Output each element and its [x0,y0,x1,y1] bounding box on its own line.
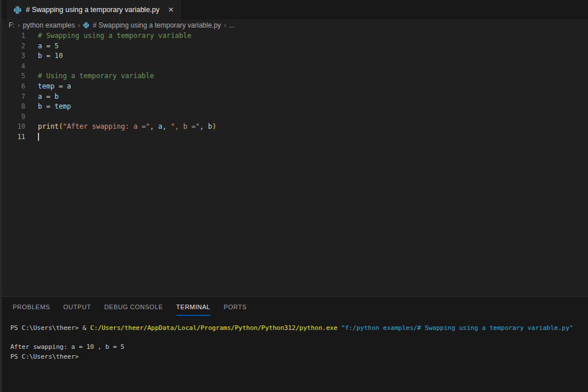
terminal-line: PS C:\Users\theer> [10,352,588,362]
line-number[interactable]: 7 [0,92,25,102]
code-line[interactable]: 9 [0,112,588,122]
code-line-text [25,112,38,122]
editor-tab-active[interactable]: # Swapping using a temporary variable.py… [7,0,181,20]
terminal-lines: PS C:\Users\theer> & C:/Users/theer/AppD… [10,324,588,362]
code-line[interactable]: 5# Using a temporary variable [0,71,588,82]
code-line[interactable]: 7a = b [0,92,588,102]
tab-problems[interactable]: PROBLEMS [13,297,50,317]
tab-ports[interactable]: PORTS [223,297,246,317]
code-line[interactable]: 8b = temp [0,102,588,112]
code-line-text: a = 5 [25,41,59,52]
tab-terminal[interactable]: TERMINAL [176,297,211,317]
code-line[interactable]: 6temp = a [0,82,588,92]
breadcrumb-symbol-ellipsis[interactable]: ... [229,21,235,29]
line-number[interactable]: 2 [0,41,25,52]
terminal-line: After swapping: a = 10 , b = 5 [10,343,588,352]
tab-debug-console[interactable]: DEBUG CONSOLE [104,297,163,317]
code-line-text [25,62,38,72]
line-number[interactable]: 3 [0,51,25,62]
code-line-text: print("After swapping: a =", a, ", b =",… [25,122,216,132]
code-line-text: # Using a temporary variable [25,71,154,82]
code-line[interactable]: 4 [0,62,588,72]
breadcrumb: F: › python examples › # Swapping using … [0,20,588,30]
vscode-window: # Swapping using a temporary variable.py… [0,0,588,392]
terminal-line: PS C:\Users\theer> & C:/Users/theer/AppD… [10,324,588,333]
code-line-text: temp = a [25,82,71,92]
code-line-text: b = 10 [25,51,63,62]
terminal-output[interactable]: PS C:\Users\theer> & C:/Users/theer/AppD… [0,317,588,362]
line-number[interactable]: 5 [0,71,25,82]
breadcrumb-file[interactable]: # Swapping using a temporary variable.py [92,21,220,29]
chevron-right-icon: › [224,21,226,29]
line-number[interactable]: 1 [0,31,25,41]
code-line[interactable]: 2a = 5 [0,41,588,52]
code-line-text: b = temp [25,102,71,112]
code-line-text: # Swapping using a temporary variable [25,31,191,41]
code-line-text: a = b [25,92,59,102]
chevron-right-icon: › [18,21,20,29]
code-line-text [25,132,39,143]
tab-close-icon[interactable]: ✕ [168,6,174,13]
text-cursor [38,133,39,141]
line-number[interactable]: 9 [0,112,25,122]
code-line[interactable]: 10print("After swapping: a =", a, ", b =… [0,122,588,132]
breadcrumb-drive[interactable]: F: [9,21,15,29]
code-lines: 1# Swapping using a temporary variable2a… [0,31,588,143]
code-line[interactable]: 1# Swapping using a temporary variable [0,31,588,41]
terminal-line [10,333,588,343]
line-number[interactable]: 4 [0,62,25,72]
bottom-panel: PROBLEMS OUTPUT DEBUG CONSOLE TERMINAL P… [0,296,588,392]
line-number[interactable]: 11 [0,132,25,143]
tab-output[interactable]: OUTPUT [63,297,91,317]
tab-title: # Swapping using a temporary variable.py [26,6,160,14]
python-file-icon [13,6,22,14]
editor-tab-bar: # Swapping using a temporary variable.py… [0,0,588,20]
line-number[interactable]: 6 [0,82,25,92]
left-edge-border [0,0,2,392]
code-line[interactable]: 3b = 10 [0,51,588,62]
code-editor[interactable]: 1# Swapping using a temporary variable2a… [0,30,588,296]
python-file-icon [83,22,90,29]
breadcrumb-folder[interactable]: python examples [23,21,75,29]
panel-tab-bar: PROBLEMS OUTPUT DEBUG CONSOLE TERMINAL P… [0,297,588,317]
line-number[interactable]: 8 [0,102,25,112]
code-line[interactable]: 11 [0,132,588,143]
line-number[interactable]: 10 [0,122,25,132]
chevron-right-icon: › [78,21,80,29]
